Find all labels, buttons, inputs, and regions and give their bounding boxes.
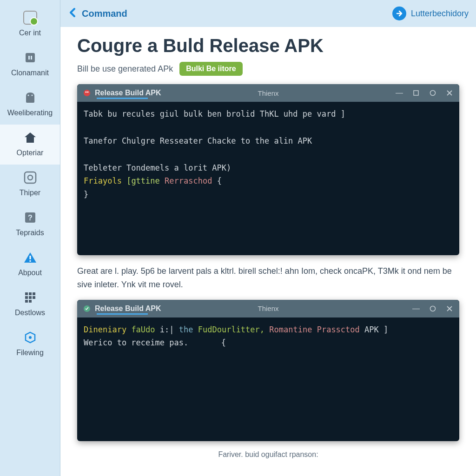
- sidebar-item-label: Weeliberating: [7, 109, 53, 117]
- sidebar-item-filewing[interactable]: Filewing: [0, 324, 60, 364]
- terminal-line: }: [84, 188, 453, 201]
- svg-rect-16: [33, 296, 35, 299]
- terminal-tab-underline: [97, 313, 148, 315]
- minimize-icon[interactable]: —: [395, 89, 403, 97]
- terminal-titlebar: Release Build APK Thienx —: [77, 84, 459, 102]
- sidebar-item-clonamanit[interactable]: Clonamanit: [0, 45, 60, 85]
- terminal-line: Tanefor Chulgre Resseater Chacke to the …: [84, 134, 453, 148]
- sidebar-item-label: Abpout: [18, 269, 42, 277]
- maximize-icon[interactable]: [429, 304, 437, 313]
- svg-rect-13: [33, 292, 35, 295]
- svg-rect-10: [29, 260, 31, 262]
- svg-rect-0: [26, 53, 35, 62]
- terminal-body[interactable]: Dineniary faUdo i:| the FudDourlitter, R…: [77, 317, 459, 441]
- terminal-app-icon: [83, 89, 91, 97]
- footer-text: Fariver. buid oguifact rpanson:: [77, 450, 459, 459]
- terminal-center-label: Thienx: [258, 304, 278, 312]
- svg-rect-12: [29, 292, 32, 295]
- svg-rect-17: [25, 300, 28, 303]
- terminal-titlebar: Release Build APK Thienx —: [77, 300, 459, 317]
- sidebar-item-tepraids[interactable]: ? Tepraids: [0, 205, 60, 245]
- content: Cougre a Buld Release APK Bill be use ge…: [60, 27, 476, 476]
- question-icon: ?: [22, 209, 39, 226]
- main-area: Command Lutterbechidory Cougre a Buld Re…: [60, 0, 476, 476]
- sidebar-item-label: Thiper: [20, 189, 40, 197]
- sidebar-item-weeliberating[interactable]: Weeliberating: [0, 85, 60, 125]
- arrow-right-circle-icon: [392, 7, 406, 20]
- svg-rect-11: [25, 292, 28, 295]
- sidebar-item-abpout[interactable]: Abpout: [0, 245, 60, 284]
- restore-icon[interactable]: [412, 89, 420, 97]
- nav-forward-label: Lutterbechidory: [411, 9, 469, 19]
- topbar: Command Lutterbechidory: [60, 0, 476, 27]
- svg-rect-1: [28, 56, 30, 60]
- camera-icon: [22, 169, 39, 186]
- svg-rect-15: [29, 296, 32, 299]
- svg-text:?: ?: [28, 214, 33, 222]
- sidebar-item-destlows[interactable]: Destlows: [0, 284, 60, 324]
- svg-point-24: [430, 91, 436, 96]
- sidebar-item-label: Opteriar: [17, 149, 44, 157]
- cert-badge-icon: [22, 9, 39, 26]
- terminal-center-label: Thienx: [258, 89, 278, 97]
- sidebar-item-thiper[interactable]: Thiper: [0, 165, 60, 205]
- svg-rect-5: [25, 172, 36, 183]
- nav-back-label: Command: [82, 8, 127, 19]
- grid-icon: [22, 289, 39, 306]
- close-icon[interactable]: [445, 89, 454, 97]
- square-icon: [22, 49, 39, 66]
- svg-point-22: [87, 92, 89, 93]
- svg-rect-14: [25, 296, 28, 299]
- sidebar: Cer int Clonamanit Weeliberating Opteria…: [0, 0, 60, 476]
- close-icon[interactable]: [445, 304, 454, 313]
- hexagon-icon: [22, 329, 39, 346]
- terminal-title: Release Build APK: [95, 304, 161, 313]
- sidebar-item-label: Tepraids: [16, 229, 44, 237]
- terminal-line: Tabk bu recules giul bulk ben brolid ThK…: [84, 107, 453, 121]
- terminal-window-2: Release Build APK Thienx — Dineniary: [77, 300, 459, 441]
- terminal-tab-underline: [97, 98, 148, 99]
- build-button[interactable]: Bulki Be iitore: [179, 62, 243, 76]
- subtitle-row: Bill be use generated APk Bulki Be iitor…: [77, 62, 459, 76]
- terminal-line: Werico to receime pas. {: [84, 336, 453, 350]
- svg-rect-2: [31, 56, 32, 60]
- svg-point-3: [27, 95, 29, 96]
- svg-point-19: [29, 336, 32, 339]
- svg-point-26: [430, 306, 436, 311]
- android-icon: [22, 89, 39, 106]
- page-title: Cougre a Buld Release APK: [77, 35, 459, 56]
- terminal-window-1: Release Build APK Thienx —: [77, 84, 459, 255]
- nav-back[interactable]: Command: [68, 7, 127, 20]
- sidebar-item-label: Clonamanit: [11, 69, 49, 77]
- minimize-icon[interactable]: —: [412, 304, 420, 313]
- nav-forward[interactable]: Lutterbechidory: [392, 7, 469, 20]
- sidebar-item-cerint[interactable]: Cer int: [0, 5, 60, 45]
- warning-icon: [22, 249, 39, 266]
- sidebar-item-label: Destlows: [15, 309, 45, 317]
- svg-rect-23: [414, 91, 418, 95]
- maximize-icon[interactable]: [429, 89, 437, 97]
- subtitle-text: Bill be use generated APk: [77, 64, 173, 74]
- terminal-line: Dineniary faUdo i:| the FudDourlitter, R…: [84, 323, 453, 337]
- svg-point-4: [31, 95, 33, 96]
- terminal-line: Friayols [gttine Rerraschod {: [84, 174, 453, 188]
- svg-point-21: [86, 92, 87, 93]
- sidebar-item-label: Filewing: [16, 349, 44, 357]
- body-paragraph: Great are l. play. 5p6 be larvent pals a…: [77, 264, 459, 291]
- terminal-body[interactable]: Tabk bu recules giul bulk ben brolid ThK…: [77, 102, 459, 255]
- svg-point-6: [28, 175, 33, 180]
- svg-rect-9: [29, 256, 31, 259]
- house-icon: [22, 129, 39, 146]
- sidebar-item-opteriar[interactable]: Opteriar: [0, 125, 60, 165]
- svg-point-20: [84, 90, 90, 96]
- chevron-left-icon: [68, 7, 77, 20]
- sidebar-item-label: Cer int: [19, 29, 41, 37]
- svg-rect-18: [29, 300, 32, 303]
- terminal-line: Tebleter Tondemels a lorit APK): [84, 161, 453, 175]
- terminal-title: Release Build APK: [95, 89, 161, 97]
- terminal-app-icon: [83, 304, 91, 313]
